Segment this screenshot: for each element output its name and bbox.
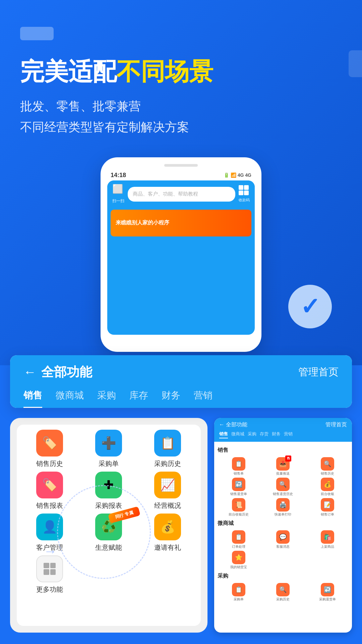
right-purchase-order-label: 采购单: [234, 597, 244, 601]
phone-area: 14:18 🔋📶 4G 4G ⬜扫一扫 商品、客户、功能、帮助教程: [20, 157, 342, 352]
purchase-report-icon: ✚: [95, 472, 122, 498]
hot-badge: 热: [285, 455, 291, 462]
list-item: 🏷️ 销售报表: [22, 472, 77, 510]
list-item[interactable]: 💰 前台收银: [306, 478, 349, 496]
phone-screen: ⬜扫一扫 商品、客户、功能、帮助教程 收款码: [107, 180, 255, 335]
list-item[interactable]: 更多功能: [22, 555, 77, 594]
phone-search-input[interactable]: 商品、客户、功能、帮助教程: [128, 187, 235, 202]
tab-sales[interactable]: 销售: [23, 389, 42, 408]
tab-micro-mall[interactable]: 微商城: [56, 389, 84, 408]
purchase-order-label: 采购单: [99, 459, 119, 468]
hero-title-highlight: 不同场景: [117, 58, 213, 85]
sales-report-icon: 🏷️: [36, 472, 63, 498]
right-tab-finance[interactable]: 财务: [272, 431, 281, 438]
right-purchase-return-icon: ↩️: [321, 583, 334, 596]
list-item-empty2: [140, 555, 195, 594]
right-purchase-history-icon: 🔍: [276, 583, 290, 596]
list-item[interactable]: ⭐ 我的销货宝: [218, 551, 260, 569]
manage-home-link[interactable]: 管理首页: [298, 365, 339, 379]
tab-purchase[interactable]: 采购: [97, 389, 116, 408]
list-item[interactable]: ↩️ 销售退货单: [218, 478, 260, 496]
purchase-report-label: 采购报表: [95, 501, 122, 510]
right-phone-back[interactable]: ← 全部功能: [219, 421, 247, 428]
tab-marketing[interactable]: 营销: [194, 389, 213, 408]
list-item[interactable]: 📤 热 批量推送: [262, 457, 304, 476]
right-section-micro-mall-title: 微商城: [218, 520, 349, 527]
right-my-shop-icon: ⭐: [232, 551, 245, 564]
customer-mgmt-icon: 👤: [36, 514, 63, 540]
back-arrow-icon: ←: [23, 365, 36, 379]
list-item[interactable]: 💬 客服消息: [262, 530, 304, 549]
right-phone-header: ← 全部功能 管理首页 销售 微商城 采购 存货 财务 营销: [214, 418, 352, 442]
tab-inventory[interactable]: 库存: [129, 389, 148, 408]
right-tab-marketing[interactable]: 营销: [284, 431, 293, 438]
list-item[interactable]: 🔍 销售历史: [306, 457, 349, 476]
right-sales-history-label: 销售历史: [321, 472, 334, 476]
invite-gift-icon: 💰: [154, 514, 181, 540]
list-item[interactable]: 📜 前台收银历史: [218, 498, 260, 517]
list-item[interactable]: 📋 采购单: [218, 583, 260, 601]
function-back-button[interactable]: ← 全部功能: [23, 364, 92, 381]
tab-finance[interactable]: 财务: [162, 389, 180, 408]
right-my-shop-label: 我的销货宝: [230, 565, 247, 569]
bottom-section: 🏷️ 销售历史 ➕ 采购单 📋 采购历史 🏷️ 销售报表 ✚: [0, 408, 362, 643]
list-item[interactable]: 📋 销售单: [218, 457, 260, 476]
function-card: ← 全部功能 管理首页 销售 微商城 采购 库存 财务 营销: [10, 355, 352, 408]
check-circle: ✓: [288, 285, 332, 328]
list-item[interactable]: 🖨️ 快速单打印: [262, 498, 304, 517]
more-functions-icon[interactable]: [36, 555, 63, 582]
right-sales-order2-icon: 📝: [321, 498, 334, 512]
list-item[interactable]: 📝 销售订单: [306, 498, 349, 517]
right-phone-manage[interactable]: 管理首页: [325, 421, 347, 428]
right-cashier-label: 前台收银: [321, 492, 334, 496]
hero-title-part1: 完美适配: [20, 58, 117, 85]
business-empower-label: 生意赋能: [95, 543, 122, 552]
function-title: 全部功能: [41, 364, 92, 381]
list-item-empty: [81, 555, 136, 594]
right-customer-msg-label: 客服消息: [276, 545, 290, 549]
list-item[interactable]: 📋 订单处理: [218, 530, 260, 549]
right-sales-return-label: 销售退货单: [230, 492, 247, 496]
right-sales-order2-label: 销售订单: [321, 513, 334, 517]
right-tab-inventory[interactable]: 存货: [260, 431, 268, 438]
right-sales-order-icon: 📋: [232, 457, 245, 471]
list-item[interactable]: 🔍 采购历史: [262, 583, 304, 601]
right-order-processing-label: 订单处理: [232, 545, 245, 549]
list-item: 📈 经营概况: [140, 472, 195, 510]
right-purchase-grid: 📋 采购单 🔍 采购历史 ↩️ 采购退货单: [218, 583, 349, 601]
right-batch-push-icon: 📤 热: [276, 457, 290, 471]
sales-history-label: 销售历史: [36, 459, 63, 468]
list-item[interactable]: 🔍 销售退货历史: [262, 478, 304, 496]
function-tabs: 销售 微商城 采购 库存 财务 营销: [23, 389, 339, 408]
right-sales-history-icon: 🔍: [321, 457, 334, 471]
invite-gift-label: 邀请有礼: [154, 543, 181, 552]
list-item[interactable]: 🛍️ 上架商品: [306, 530, 349, 549]
right-tab-purchase[interactable]: 采购: [248, 431, 256, 438]
hero-badge: [20, 27, 54, 40]
purchase-history-icon: 📋: [154, 430, 181, 457]
right-purchase-return-label: 采购退货单: [319, 597, 336, 601]
bottom-phone-screen: 🏷️ 销售历史 ➕ 采购单 📋 采购历史 🏷️ 销售报表 ✚: [17, 425, 201, 626]
corner-decoration: [349, 50, 362, 77]
right-sales-order-label: 销售单: [234, 472, 244, 476]
right-cashier-history-icon: 📜: [232, 498, 245, 512]
hero-section: 完美适配不同场景 批发、零售、批零兼营 不同经营类型皆有定制解决方案 14:18…: [0, 0, 362, 365]
right-cashier-history-label: 前台收银历史: [229, 513, 249, 517]
right-list-product-label: 上架商品: [321, 545, 334, 549]
list-item[interactable]: ↩️ 采购退货单: [306, 583, 349, 601]
icon-grid: 🏷️ 销售历史 ➕ 采购单 📋 采购历史 🏷️ 销售报表 ✚: [17, 425, 201, 599]
function-header-top: ← 全部功能 管理首页: [23, 364, 339, 381]
function-card-header: ← 全部功能 管理首页 销售 微商城 采购 库存 财务 营销: [10, 355, 352, 408]
right-tab-micro-mall[interactable]: 微商城: [231, 431, 244, 438]
arrow-decoration: →: [44, 544, 57, 559]
right-micro-mall-grid: 📋 订单处理 💬 客服消息 🛍️ 上架商品 ⭐ 我的销货宝: [218, 530, 349, 569]
list-item: 💰 邀请有礼: [140, 514, 195, 552]
business-overview-icon: 📈: [154, 472, 181, 498]
phone-notch: [164, 164, 198, 167]
right-customer-msg-icon: 💬: [276, 530, 290, 544]
list-item: ♻️ 同行 专属 生意赋能: [81, 514, 136, 552]
phone-status-icons: 🔋📶 4G 4G: [224, 172, 251, 178]
phone-search-bar: ⬜扫一扫 商品、客户、功能、帮助教程 收款码: [107, 180, 255, 208]
right-tab-sales[interactable]: 销售: [219, 431, 228, 438]
right-cashier-icon: 💰: [321, 478, 334, 491]
